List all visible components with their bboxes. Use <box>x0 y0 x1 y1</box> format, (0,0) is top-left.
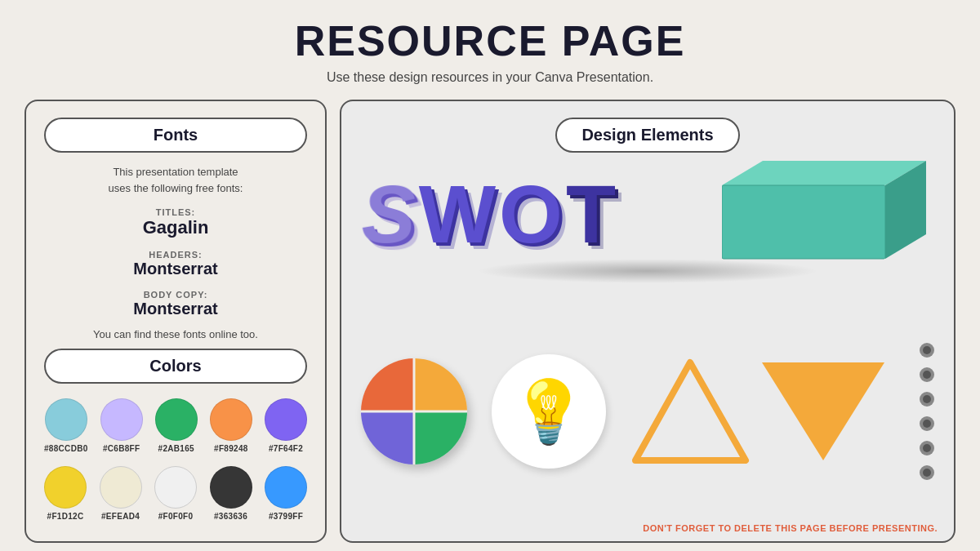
color-circle-4 <box>210 398 252 441</box>
color-swatch-7: #EFEAD4 <box>100 466 142 521</box>
elements-row: 💡 <box>361 298 934 525</box>
color-hex-7: #EFEAD4 <box>101 512 140 521</box>
dot-3 <box>920 392 934 407</box>
design-elements-label: Design Elements <box>555 118 739 153</box>
page-container: RESOURCE PAGE Use these design resources… <box>0 0 980 551</box>
triangle-solid-svg <box>758 358 889 464</box>
color-hex-6: #F1D12C <box>47 512 84 521</box>
swot-text: S W O T <box>361 173 619 255</box>
footer-note: DON'T FORGET TO DELETE THIS PAGE BEFORE … <box>643 523 938 533</box>
fonts-section-label: Fonts <box>44 118 307 153</box>
swot-t: T <box>566 173 619 255</box>
headers-label: HEADERS: <box>44 250 307 260</box>
color-swatch-1: #88CCDB0 <box>44 398 88 453</box>
swot-s: S <box>362 172 419 256</box>
color-swatch-4: #F89248 <box>210 398 252 453</box>
color-hex-1: #88CCDB0 <box>44 444 88 453</box>
title-font-group: TITLES: Gagalin <box>44 207 307 238</box>
dot-2 <box>920 367 934 382</box>
color-hex-10: #3799FF <box>269 512 303 521</box>
swot-area: S W O T <box>361 161 934 267</box>
color-hex-2: #C6B8FF <box>103 444 140 453</box>
titles-font-name: Gagalin <box>44 217 307 238</box>
body-font-name: Montserrat <box>44 300 307 318</box>
headers-font-name: Montserrat <box>44 260 307 278</box>
pie-v-line <box>413 358 416 464</box>
color-circle-1 <box>45 398 87 441</box>
dot-6 <box>920 465 934 480</box>
colors-row-1: #88CCDB0 #C6B8FF #2AB165 #F89248 #7F64F2 <box>44 398 307 453</box>
color-swatch-6: #F1D12C <box>44 466 87 521</box>
dot-5 <box>920 441 934 455</box>
color-hex-4: #F89248 <box>214 444 248 453</box>
color-swatch-2: #C6B8FF <box>100 398 143 453</box>
color-swatch-5: #7F64F2 <box>265 398 307 453</box>
color-hex-9: #363636 <box>214 512 247 521</box>
color-circle-3 <box>155 398 198 441</box>
swot-o: O <box>499 173 566 255</box>
left-panel: Fonts This presentation template uses th… <box>24 100 327 543</box>
main-content: Fonts This presentation template uses th… <box>24 100 956 543</box>
dot-1 <box>920 343 934 358</box>
color-hex-5: #7F64F2 <box>269 444 303 453</box>
color-circle-7 <box>100 466 142 509</box>
color-swatch-10: #3799FF <box>265 466 307 521</box>
colors-row-2: #F1D12C #EFEAD4 #F0F0F0 #363636 #3799FF <box>44 466 307 521</box>
headers-font-group: HEADERS: Montserrat <box>44 250 307 278</box>
dots-column <box>920 338 934 485</box>
color-circle-2 <box>100 398 143 441</box>
color-circle-8 <box>154 466 197 509</box>
colors-section-label: Colors <box>44 349 307 384</box>
color-circle-10 <box>265 466 307 509</box>
lightbulb-container: 💡 <box>492 354 606 469</box>
color-hex-3: #2AB165 <box>158 444 194 453</box>
fonts-online-note: You can find these fonts online too. <box>44 328 307 340</box>
pie-chart <box>361 358 467 464</box>
color-circle-9 <box>210 466 252 509</box>
color-circle-6 <box>44 466 87 509</box>
page-subtitle: Use these design resources in your Canva… <box>327 70 653 85</box>
color-hex-8: #F0F0F0 <box>158 512 194 521</box>
triangle-outline-svg <box>631 358 750 464</box>
body-font-group: BODY COPY: Montserrat <box>44 290 307 318</box>
swot-w: W <box>419 173 499 255</box>
color-swatch-3: #2AB165 <box>155 398 198 453</box>
lightbulb-icon: 💡 <box>510 381 587 442</box>
fonts-description: This presentation template uses the foll… <box>44 164 307 196</box>
svg-rect-0 <box>722 185 885 259</box>
box-3d-svg <box>722 161 934 267</box>
svg-marker-5 <box>762 362 884 460</box>
right-panel: Design Elements S W O T <box>340 100 956 543</box>
body-label: BODY COPY: <box>44 290 307 300</box>
titles-label: TITLES: <box>44 207 307 217</box>
svg-marker-4 <box>635 362 746 460</box>
dot-4 <box>920 416 934 431</box>
page-title: RESOURCE PAGE <box>295 16 686 65</box>
triangles-container <box>631 358 889 464</box>
color-circle-5 <box>265 398 307 441</box>
color-swatch-8: #F0F0F0 <box>154 466 197 521</box>
color-swatch-9: #363636 <box>210 466 252 521</box>
